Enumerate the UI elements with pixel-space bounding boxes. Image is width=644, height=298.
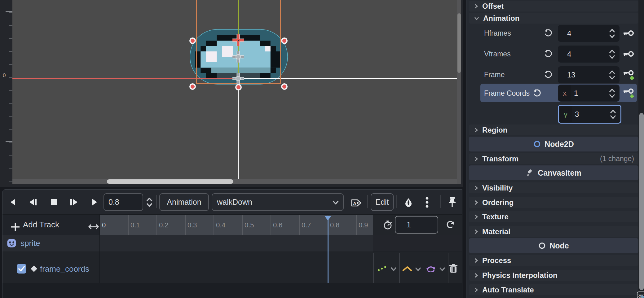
section-material[interactable]: Material (469, 226, 638, 237)
ruler-tick-marks (9, 0, 12, 184)
class-header-canvasitem[interactable]: CanvasItem (469, 165, 638, 180)
resize-handle-bottom-left[interactable] (189, 83, 196, 90)
time-spinner-icon[interactable] (145, 197, 154, 208)
interpolation-icon[interactable] (402, 266, 412, 271)
class-header-label: Node (549, 241, 569, 250)
resize-handle-left[interactable] (189, 37, 196, 44)
inspector-scrollbar-track[interactable] (638, 0, 644, 298)
section-animation[interactable]: Animation (469, 13, 638, 24)
play-backwards-from-end-icon[interactable] (9, 198, 17, 206)
animation-menu-button[interactable]: Animation (159, 193, 209, 211)
h-scrollbar-thumb[interactable] (107, 179, 233, 184)
column-divider[interactable] (99, 214, 100, 283)
key-icon[interactable] (623, 29, 634, 37)
section-ordering[interactable]: Ordering (469, 197, 638, 208)
track-row-frame-coords[interactable]: frame_coords (2, 252, 462, 283)
revert-icon[interactable] (533, 89, 541, 98)
pivot-crosshair-icon[interactable] (232, 33, 245, 47)
ruler-label: 0.1 (130, 215, 140, 235)
add-key-icon[interactable] (623, 88, 635, 99)
inspector-scrollbar-thumb[interactable] (639, 113, 644, 290)
play-icon[interactable] (90, 198, 99, 206)
play-backwards-icon[interactable] (28, 198, 37, 206)
section-texture[interactable]: Texture (469, 211, 638, 222)
origin-gizmo-icon[interactable] (232, 73, 244, 84)
class-header-node2d[interactable]: Node2D (469, 137, 638, 151)
resize-handle-right[interactable] (281, 37, 288, 44)
viewport-2d: 0 (0, 0, 463, 187)
update-mode-discrete-icon[interactable] (377, 266, 387, 271)
revert-icon[interactable] (544, 29, 553, 37)
transform-change-badge: (1 change) (600, 155, 634, 163)
node2d-icon (533, 140, 541, 148)
playback-time-field[interactable]: 0.8 (104, 193, 143, 211)
vframes-field[interactable]: 4 (558, 46, 620, 63)
h-scrollbar-track[interactable] (12, 179, 457, 184)
playhead-line[interactable] (328, 219, 329, 283)
animation-length-field[interactable]: 1 (395, 216, 438, 234)
revert-icon[interactable] (544, 70, 553, 79)
section-label: Process (482, 256, 511, 265)
spinner-icon[interactable] (609, 109, 617, 120)
loop-animation-icon[interactable] (446, 220, 455, 230)
section-visibility[interactable]: Visibility (469, 182, 638, 193)
chevron-right-icon (474, 3, 479, 9)
v-scrollbar-thumb[interactable] (457, 13, 461, 73)
timeline-ruler[interactable]: 0 0.1 0.2 0.3 0.4 0.5 0.6 0.7 0.8 0.9 (99, 215, 373, 235)
cell-separator (399, 253, 400, 283)
loop-wrap-icon[interactable] (426, 265, 436, 272)
add-icon (11, 222, 20, 232)
anchor-gizmo-icon[interactable] (232, 51, 244, 63)
onion-skinning-icon[interactable] (404, 198, 413, 208)
track-enabled-checkbox[interactable] (17, 264, 26, 274)
animation-toolbar: 0.8 Animation walkDown A (2, 190, 462, 214)
resize-handle-bottom-right[interactable] (281, 83, 288, 90)
track-row-sprite[interactable]: sprite (2, 235, 462, 252)
class-header-node[interactable]: Node (469, 238, 638, 253)
spinner-icon[interactable] (608, 88, 616, 99)
v-scrollbar-track[interactable] (457, 0, 461, 184)
add-track-button[interactable]: Add Track (23, 220, 59, 230)
frame-coords-y-field[interactable]: y 3 (558, 105, 621, 124)
section-region[interactable]: Region (469, 125, 638, 135)
delete-track-icon[interactable] (449, 264, 458, 273)
edit-button[interactable]: Edit (371, 193, 394, 211)
autoplay-on-load-icon[interactable]: A (351, 199, 363, 207)
ruler-label: 0.5 (245, 215, 254, 235)
section-label: Auto Translate (482, 286, 534, 294)
loop-wrap-dropdown-icon[interactable] (439, 267, 446, 271)
section-offset[interactable]: Offset (469, 1, 638, 11)
canvas-2d[interactable] (12, 0, 457, 184)
section-physics-interpolation[interactable]: Physics Interpolation (469, 270, 638, 281)
section-transform[interactable]: Transform (1 change) (469, 153, 638, 164)
frame-coords-x-field[interactable]: x 1 (558, 85, 620, 102)
add-key-icon[interactable] (623, 69, 635, 81)
section-process[interactable]: Process (469, 255, 638, 266)
cell-separator (424, 253, 424, 283)
frame-field[interactable]: 13 (558, 66, 620, 83)
toolbar-separator (156, 195, 157, 208)
hframes-field[interactable]: 4 (558, 25, 620, 42)
kebab-menu-icon[interactable] (425, 196, 430, 209)
revert-icon[interactable] (544, 50, 553, 58)
origin-line-down (238, 78, 239, 179)
ruler-label: 0.8 (330, 215, 340, 235)
spinner-icon[interactable] (608, 28, 616, 39)
interpolation-dropdown-icon[interactable] (415, 267, 421, 271)
pin-icon[interactable] (448, 197, 457, 208)
spinner-icon[interactable] (608, 49, 616, 59)
timeline-zoom-icon[interactable] (88, 223, 99, 230)
section-auto-translate[interactable]: Auto Translate (469, 284, 638, 295)
animation-select[interactable]: walkDown (212, 193, 344, 211)
x-chip-label: x (563, 89, 567, 98)
key-icon[interactable] (623, 50, 634, 58)
spinner-icon[interactable] (608, 70, 616, 80)
resize-handle-bottom[interactable] (235, 84, 242, 90)
play-from-start-icon[interactable] (69, 198, 79, 206)
update-mode-dropdown-icon[interactable] (390, 267, 397, 271)
sprite-node-icon (7, 239, 16, 248)
playback-time-value: 0.8 (108, 198, 119, 207)
hframes-value: 4 (567, 29, 608, 38)
section-label: Region (482, 126, 507, 134)
stop-icon[interactable] (51, 199, 58, 206)
